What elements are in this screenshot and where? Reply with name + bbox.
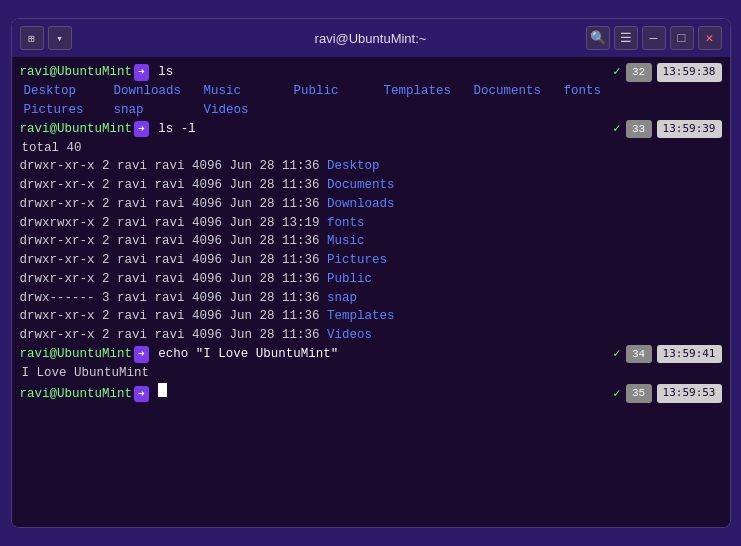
search-button[interactable]: 🔍 (586, 26, 610, 50)
command-row-lsl: ravi@UbuntuMint ➜ ls -l ✓ 33 13:59:39 (20, 120, 722, 139)
cmd-row-left-final: ravi@UbuntuMint ➜ (20, 383, 606, 404)
lsl-row-public: drwxr-xr-x 2 ravi ravi 4096 Jun 28 11:36… (20, 270, 722, 289)
perm: drwxr-xr-x 2 ravi ravi 4096 Jun 28 11:36 (20, 326, 328, 345)
perm: drwxr-xr-x 2 ravi ravi 4096 Jun 28 11:36 (20, 232, 328, 251)
command-number-echo: 34 (626, 345, 652, 364)
perm: drwxr-xr-x 2 ravi ravi 4096 Jun 28 11:36 (20, 251, 328, 270)
command-number-lsl: 33 (626, 120, 652, 139)
cmd-row-left-echo: ravi@UbuntuMint ➜ echo "I Love UbuntuMin… (20, 345, 606, 364)
pin-icon: ⊞ (28, 32, 35, 45)
dir-name: fonts (327, 214, 365, 233)
dir-name: Documents (327, 176, 395, 195)
total-line: total 40 (20, 139, 722, 158)
close-button[interactable]: ✕ (698, 26, 722, 50)
lsl-row-documents: drwxr-xr-x 2 ravi ravi 4096 Jun 28 11:36… (20, 176, 722, 195)
command-text-lsl: ls -l (151, 120, 196, 139)
command-number: 32 (626, 63, 652, 82)
title-bar: ⊞ ▾ ravi@UbuntuMint:~ 🔍 ☰ — □ ✕ (12, 19, 730, 57)
ls-item-pictures: Pictures (24, 101, 104, 120)
maximize-button[interactable]: □ (670, 26, 694, 50)
ls-output: Desktop Downloads Music Public Templates… (20, 82, 722, 120)
search-icon: 🔍 (590, 30, 606, 46)
dir-name: Downloads (327, 195, 395, 214)
window-title: ravi@UbuntuMint:~ (315, 31, 427, 46)
lsl-row-snap: drwx------ 3 ravi ravi 4096 Jun 28 11:36… (20, 289, 722, 308)
perm: drwxr-xr-x 2 ravi ravi 4096 Jun 28 11:36 (20, 176, 328, 195)
minimize-button[interactable]: — (642, 26, 666, 50)
echo-output-text: I Love UbuntuMint (20, 364, 150, 383)
command-row-final: ravi@UbuntuMint ➜ ✓ 35 13:59:53 (20, 383, 722, 404)
title-bar-right: 🔍 ☰ — □ ✕ (586, 26, 722, 50)
dir-name: Pictures (327, 251, 387, 270)
perm: drwxr-xr-x 2 ravi ravi 4096 Jun 28 11:36 (20, 195, 328, 214)
dir-name: Desktop (327, 157, 380, 176)
menu-button[interactable]: ☰ (614, 26, 638, 50)
prompt-user: ravi@UbuntuMint (20, 63, 133, 82)
timestamp-final: 13:59:53 (657, 384, 722, 403)
lsl-row-desktop: drwxr-xr-x 2 ravi ravi 4096 Jun 28 11:36… (20, 157, 722, 176)
cmd-row-right-final: ✓ 35 13:59:53 (613, 384, 721, 403)
command-row-echo: ravi@UbuntuMint ➜ echo "I Love UbuntuMin… (20, 345, 722, 364)
ls-item-public: Public (294, 82, 374, 101)
perm: drwxr-xr-x 2 ravi ravi 4096 Jun 28 11:36 (20, 157, 328, 176)
perm: drwxrwxr-x 2 ravi ravi 4096 Jun 28 13:19 (20, 214, 328, 233)
dir-name: Videos (327, 326, 372, 345)
prompt-user-final: ravi@UbuntuMint (20, 385, 133, 404)
command-text-echo: echo "I Love UbuntuMint" (151, 345, 339, 364)
close-icon: ✕ (706, 30, 714, 46)
timestamp-lsl: 13:59:39 (657, 120, 722, 139)
ls-item-templates: Templates (384, 82, 464, 101)
perm: drwxr-xr-x 2 ravi ravi 4096 Jun 28 11:36 (20, 270, 328, 289)
prompt-arrow-echo: ➜ (134, 346, 149, 363)
terminal-window: ⊞ ▾ ravi@UbuntuMint:~ 🔍 ☰ — □ ✕ (11, 18, 731, 528)
cmd-row-right: ✓ 32 13:59:38 (613, 63, 721, 82)
dir-name: Templates (327, 307, 395, 326)
prompt-arrow-final: ➜ (134, 386, 149, 403)
command-row-ls: ravi@UbuntuMint ➜ ls ✓ 32 13:59:38 (20, 63, 722, 82)
prompt-arrow-lsl: ➜ (134, 121, 149, 138)
cursor (158, 383, 167, 397)
ls-item-music: Music (204, 82, 284, 101)
perm: drwxr-xr-x 2 ravi ravi 4096 Jun 28 11:36 (20, 307, 328, 326)
check-mark-echo: ✓ (613, 345, 620, 363)
total-text: total 40 (20, 139, 82, 158)
terminal-body[interactable]: ravi@UbuntuMint ➜ ls ✓ 32 13:59:38 Deskt… (12, 57, 730, 527)
menu-icon: ☰ (620, 30, 632, 46)
cmd-row-right-echo: ✓ 34 13:59:41 (613, 345, 721, 364)
lsl-row-fonts: drwxrwxr-x 2 ravi ravi 4096 Jun 28 13:19… (20, 214, 722, 233)
chevron-down-icon: ▾ (56, 32, 63, 45)
lsl-row-downloads: drwxr-xr-x 2 ravi ravi 4096 Jun 28 11:36… (20, 195, 722, 214)
check-mark-lsl: ✓ (613, 120, 620, 138)
cmd-row-left: ravi@UbuntuMint ➜ ls (20, 63, 606, 82)
dir-name: Music (327, 232, 365, 251)
perm: drwx------ 3 ravi ravi 4096 Jun 28 11:36 (20, 289, 328, 308)
title-bar-left: ⊞ ▾ (20, 26, 72, 50)
echo-output: I Love UbuntuMint (20, 364, 722, 383)
prompt-user-lsl: ravi@UbuntuMint (20, 120, 133, 139)
ls-item-downloads: Downloads (114, 82, 194, 101)
dir-name: Public (327, 270, 372, 289)
dropdown-button[interactable]: ▾ (48, 26, 72, 50)
cmd-row-left-lsl: ravi@UbuntuMint ➜ ls -l (20, 120, 606, 139)
command-text: ls (151, 63, 174, 82)
ls-item-videos: Videos (204, 101, 284, 120)
check-mark: ✓ (613, 63, 620, 81)
pin-button[interactable]: ⊞ (20, 26, 44, 50)
timestamp: 13:59:38 (657, 63, 722, 82)
check-mark-final: ✓ (613, 385, 620, 403)
lsl-row-templates: drwxr-xr-x 2 ravi ravi 4096 Jun 28 11:36… (20, 307, 722, 326)
ls-item-documents: Documents (474, 82, 554, 101)
dir-name: snap (327, 289, 357, 308)
ls-item-snap: snap (114, 101, 194, 120)
prompt-user-echo: ravi@UbuntuMint (20, 345, 133, 364)
timestamp-echo: 13:59:41 (657, 345, 722, 364)
ls-item-desktop: Desktop (24, 82, 104, 101)
minimize-icon: — (650, 31, 658, 46)
maximize-icon: □ (678, 31, 686, 46)
ls-item-fonts: fonts (564, 82, 644, 101)
cmd-row-right-lsl: ✓ 33 13:59:39 (613, 120, 721, 139)
lsl-row-videos: drwxr-xr-x 2 ravi ravi 4096 Jun 28 11:36… (20, 326, 722, 345)
lsl-row-music: drwxr-xr-x 2 ravi ravi 4096 Jun 28 11:36… (20, 232, 722, 251)
command-number-final: 35 (626, 384, 652, 403)
command-text-final (151, 385, 159, 404)
